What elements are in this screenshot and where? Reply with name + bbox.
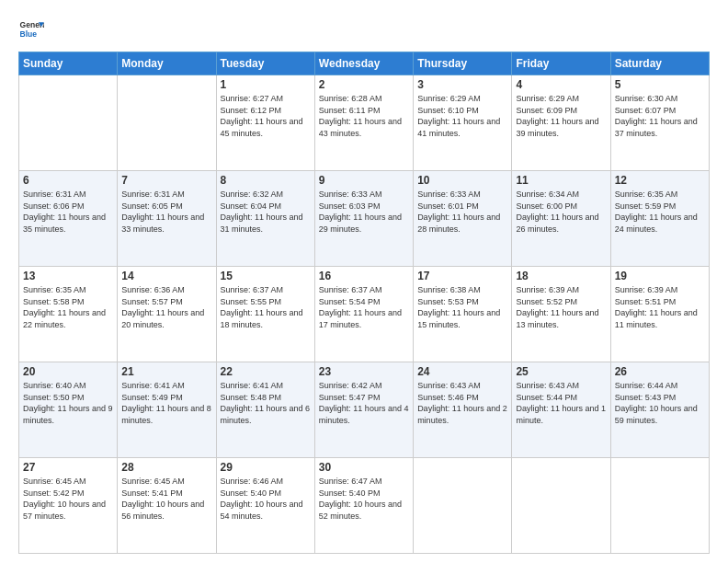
day-info: Sunrise: 6:34 AMSunset: 6:00 PMDaylight:…	[516, 189, 606, 235]
calendar-cell: 1Sunrise: 6:27 AMSunset: 6:12 PMDaylight…	[216, 75, 314, 171]
logo: General Blue	[18, 17, 44, 42]
day-info: Sunrise: 6:32 AMSunset: 6:04 PMDaylight:…	[221, 189, 311, 235]
day-info: Sunrise: 6:30 AMSunset: 6:07 PMDaylight:…	[615, 93, 705, 139]
calendar-cell: 21Sunrise: 6:41 AMSunset: 5:49 PMDayligh…	[118, 362, 216, 458]
day-info: Sunrise: 6:28 AMSunset: 6:11 PMDaylight:…	[319, 93, 409, 139]
day-info: Sunrise: 6:35 AMSunset: 5:59 PMDaylight:…	[615, 189, 705, 235]
col-header-tuesday: Tuesday	[216, 52, 314, 75]
day-number: 16	[319, 270, 409, 282]
svg-text:Blue: Blue	[20, 29, 38, 39]
calendar-cell: 11Sunrise: 6:34 AMSunset: 6:00 PMDayligh…	[512, 171, 610, 267]
calendar-cell: 9Sunrise: 6:33 AMSunset: 6:03 PMDaylight…	[314, 171, 413, 267]
day-number: 30	[319, 461, 409, 474]
day-number: 4	[516, 78, 606, 91]
day-number: 12	[615, 174, 705, 187]
day-info: Sunrise: 6:39 AMSunset: 5:52 PMDaylight:…	[516, 284, 606, 330]
day-number: 20	[23, 365, 113, 378]
calendar-cell: 25Sunrise: 6:43 AMSunset: 5:44 PMDayligh…	[512, 362, 610, 458]
calendar-cell: 10Sunrise: 6:33 AMSunset: 6:01 PMDayligh…	[414, 171, 512, 267]
day-number: 3	[417, 78, 507, 91]
day-info: Sunrise: 6:33 AMSunset: 6:01 PMDaylight:…	[417, 189, 507, 235]
day-info: Sunrise: 6:43 AMSunset: 5:46 PMDaylight:…	[417, 380, 507, 426]
day-info: Sunrise: 6:33 AMSunset: 6:03 PMDaylight:…	[319, 189, 409, 235]
day-info: Sunrise: 6:39 AMSunset: 5:51 PMDaylight:…	[615, 284, 705, 330]
day-number: 10	[417, 174, 507, 187]
calendar-table: SundayMondayTuesdayWednesdayThursdayFrid…	[18, 52, 710, 554]
calendar-cell: 12Sunrise: 6:35 AMSunset: 5:59 PMDayligh…	[610, 171, 709, 267]
day-info: Sunrise: 6:41 AMSunset: 5:48 PMDaylight:…	[221, 380, 311, 426]
day-info: Sunrise: 6:43 AMSunset: 5:44 PMDaylight:…	[516, 380, 606, 426]
day-number: 6	[23, 174, 113, 187]
day-info: Sunrise: 6:46 AMSunset: 5:40 PMDaylight:…	[221, 476, 311, 522]
day-info: Sunrise: 6:31 AMSunset: 6:05 PMDaylight:…	[121, 189, 211, 235]
day-info: Sunrise: 6:45 AMSunset: 5:41 PMDaylight:…	[121, 476, 211, 522]
day-info: Sunrise: 6:42 AMSunset: 5:47 PMDaylight:…	[319, 380, 409, 426]
col-header-sunday: Sunday	[19, 52, 118, 75]
calendar-cell: 19Sunrise: 6:39 AMSunset: 5:51 PMDayligh…	[610, 267, 709, 362]
day-number: 29	[221, 461, 311, 474]
calendar-cell: 7Sunrise: 6:31 AMSunset: 6:05 PMDaylight…	[118, 171, 216, 267]
col-header-thursday: Thursday	[414, 52, 512, 75]
calendar-cell: 2Sunrise: 6:28 AMSunset: 6:11 PMDaylight…	[314, 75, 413, 171]
calendar-cell: 17Sunrise: 6:38 AMSunset: 5:53 PMDayligh…	[414, 267, 512, 362]
day-info: Sunrise: 6:31 AMSunset: 6:06 PMDaylight:…	[23, 189, 113, 235]
day-number: 28	[121, 461, 211, 474]
day-number: 26	[615, 365, 705, 378]
day-number: 18	[516, 270, 606, 282]
day-number: 2	[319, 78, 409, 91]
day-number: 19	[615, 270, 705, 282]
calendar-cell: 8Sunrise: 6:32 AMSunset: 6:04 PMDaylight…	[216, 171, 314, 267]
calendar-cell: 24Sunrise: 6:43 AMSunset: 5:46 PMDayligh…	[414, 362, 512, 458]
calendar-cell: 20Sunrise: 6:40 AMSunset: 5:50 PMDayligh…	[19, 362, 118, 458]
day-info: Sunrise: 6:35 AMSunset: 5:58 PMDaylight:…	[23, 284, 113, 330]
day-number: 15	[221, 270, 311, 282]
day-number: 13	[23, 270, 113, 282]
calendar-cell: 13Sunrise: 6:35 AMSunset: 5:58 PMDayligh…	[19, 267, 118, 362]
logo-icon: General Blue	[18, 17, 44, 42]
day-number: 5	[615, 78, 705, 91]
calendar-cell	[118, 75, 216, 171]
calendar-cell: 22Sunrise: 6:41 AMSunset: 5:48 PMDayligh…	[216, 362, 314, 458]
day-info: Sunrise: 6:29 AMSunset: 6:10 PMDaylight:…	[417, 93, 507, 139]
day-number: 23	[319, 365, 409, 378]
calendar-cell: 14Sunrise: 6:36 AMSunset: 5:57 PMDayligh…	[118, 267, 216, 362]
calendar-cell: 5Sunrise: 6:30 AMSunset: 6:07 PMDaylight…	[610, 75, 709, 171]
calendar-cell	[19, 75, 118, 171]
calendar-cell: 4Sunrise: 6:29 AMSunset: 6:09 PMDaylight…	[512, 75, 610, 171]
day-number: 24	[417, 365, 507, 378]
day-info: Sunrise: 6:40 AMSunset: 5:50 PMDaylight:…	[23, 380, 113, 426]
calendar-cell: 27Sunrise: 6:45 AMSunset: 5:42 PMDayligh…	[19, 458, 118, 554]
day-info: Sunrise: 6:37 AMSunset: 5:54 PMDaylight:…	[319, 284, 409, 330]
calendar-cell	[512, 458, 610, 554]
calendar-cell: 16Sunrise: 6:37 AMSunset: 5:54 PMDayligh…	[314, 267, 413, 362]
col-header-wednesday: Wednesday	[314, 52, 413, 75]
day-info: Sunrise: 6:36 AMSunset: 5:57 PMDaylight:…	[121, 284, 211, 330]
calendar-cell: 3Sunrise: 6:29 AMSunset: 6:10 PMDaylight…	[414, 75, 512, 171]
header: General Blue	[18, 17, 710, 42]
page: General Blue SundayMondayTuesdayWednesda…	[0, 0, 728, 563]
calendar-cell: 18Sunrise: 6:39 AMSunset: 5:52 PMDayligh…	[512, 267, 610, 362]
calendar-cell: 15Sunrise: 6:37 AMSunset: 5:55 PMDayligh…	[216, 267, 314, 362]
day-info: Sunrise: 6:27 AMSunset: 6:12 PMDaylight:…	[221, 93, 311, 139]
calendar-cell: 6Sunrise: 6:31 AMSunset: 6:06 PMDaylight…	[19, 171, 118, 267]
day-info: Sunrise: 6:29 AMSunset: 6:09 PMDaylight:…	[516, 93, 606, 139]
day-number: 11	[516, 174, 606, 187]
col-header-friday: Friday	[512, 52, 610, 75]
day-info: Sunrise: 6:37 AMSunset: 5:55 PMDaylight:…	[221, 284, 311, 330]
day-number: 7	[121, 174, 211, 187]
day-number: 27	[23, 461, 113, 474]
col-header-monday: Monday	[118, 52, 216, 75]
day-info: Sunrise: 6:45 AMSunset: 5:42 PMDaylight:…	[23, 476, 113, 522]
calendar-cell: 30Sunrise: 6:47 AMSunset: 5:40 PMDayligh…	[314, 458, 413, 554]
day-info: Sunrise: 6:44 AMSunset: 5:43 PMDaylight:…	[615, 380, 705, 426]
day-number: 8	[221, 174, 311, 187]
day-number: 21	[121, 365, 211, 378]
calendar-cell: 26Sunrise: 6:44 AMSunset: 5:43 PMDayligh…	[610, 362, 709, 458]
calendar-cell	[414, 458, 512, 554]
calendar-cell: 28Sunrise: 6:45 AMSunset: 5:41 PMDayligh…	[118, 458, 216, 554]
day-info: Sunrise: 6:41 AMSunset: 5:49 PMDaylight:…	[121, 380, 211, 426]
day-number: 22	[221, 365, 311, 378]
day-number: 1	[221, 78, 311, 91]
day-info: Sunrise: 6:38 AMSunset: 5:53 PMDaylight:…	[417, 284, 507, 330]
calendar-cell	[610, 458, 709, 554]
